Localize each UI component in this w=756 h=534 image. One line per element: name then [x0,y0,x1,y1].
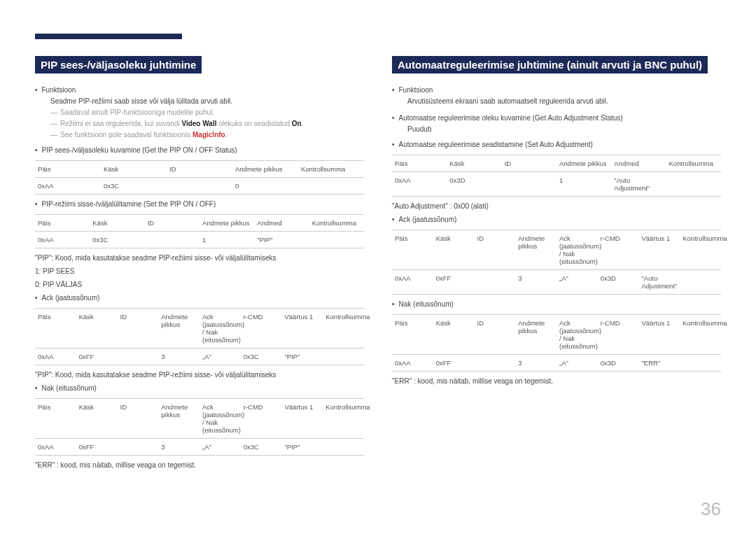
table-row: PäisKäskIDAndmete pikkusAck (jaatussõnum… [392,315,721,355]
table-left-2: PäisKäskIDAndmete pikkusAndmedKontrollsu… [35,214,364,248]
bullet-get-status: PIP sees-/väljasoleku kuvamine (Get the … [35,145,364,156]
err-note-left: "ERR" : kood, mis näitab, millise veaga … [35,461,364,469]
table-row: 0xAA0xFF3„A"0x3C"PIP" [35,349,364,365]
table-row: PäisKäskIDAndmete pikkusAndmedKontrollsu… [392,155,721,172]
table-row: 0xAA0x3C1"PIP" [35,232,364,248]
bullet-ack-r: Ack (jaatussõnum) [392,214,721,225]
bullet-icon [35,293,38,304]
table-row: PäisKäskIDAndmete pikkusKontrollsumma [35,161,364,178]
left-column: PIP sees-/väljasoleku juhtimine Funktsio… [35,56,364,469]
bullet-icon [35,199,38,210]
function-text-r: Arvutisüsteemi ekraani saab automaatselt… [407,96,721,107]
header-accent-bar [35,34,182,39]
table-row: 0xAA0xFF3„A"0x3C"PIP" [35,439,364,456]
table-row: 0xAA0x3C0 [35,178,364,195]
function-label-r: Funktsioon [399,85,433,96]
bullet-icon [392,113,395,124]
kv-pip-off: 0: PIP VÄLJAS [35,281,364,288]
bullet-icon [35,383,38,394]
function-line: Funktsioon [35,85,364,96]
table-row: 0xAA0x3D1"Auto Adjustment" [392,172,721,197]
bullet-icon [392,139,395,150]
table-left-1: PäisKäskIDAndmete pikkusKontrollsumma 0x… [35,160,364,195]
kv-pip-desc-2: "PIP": Kood, mida kasutatakse seadme PIP… [35,371,364,379]
right-column: Automaatreguleerimise juhtimine (ainult … [392,56,721,469]
table-row: PäisKäskIDAndmete pikkusAck (jaatussõnum… [392,230,721,270]
bullet-nak-r: Nak (eitussõnum) [392,299,721,310]
bullet-ack: Ack (jaatussõnum) [35,293,364,304]
function-text: Seadme PIP-režiimi saab sisse või välja … [50,96,364,107]
section-title-right: Automaatreguleerimise juhtimine (ainult … [392,56,708,73]
page-number: 36 [701,498,721,520]
bullet-icon [392,85,395,96]
table-row: PäisKäskIDAndmete pikkusAck (jaatussõnum… [35,399,364,439]
table-right-3: PäisKäskIDAndmete pikkusAck (jaatussõnum… [392,314,721,372]
table-left-4: PäisKäskIDAndmete pikkusAck (jaatussõnum… [35,398,364,456]
bullet-icon [392,299,395,310]
note-2: ―Režiimi ei saa reguleerida, kui suvandi… [50,118,364,129]
bullet-icon [35,85,38,96]
table-right-2: PäisKäskIDAndmete pikkusAck (jaatussõnum… [392,230,721,295]
section-title-left: PIP sees-/väljasoleku juhtimine [35,56,202,73]
table-row: PäisKäskIDAndmete pikkusAndmedKontrollsu… [35,215,364,232]
table-row: PäisKäskIDAndmete pikkusAck (jaatussõnum… [35,309,364,349]
bullet-nak: Nak (eitussõnum) [35,383,364,394]
bullet-get-auto-sub: Puudub [407,124,721,135]
kv-auto-adj: "Auto Adjustment" : 0x00 (alati) [392,202,721,210]
bullet-icon [35,145,38,156]
err-note-right: "ERR" : kood, mis näitab, millise veaga … [392,377,721,385]
kv-pip-desc: "PIP": Kood, mida kasutatakse seadme PIP… [35,254,364,262]
bullet-icon [392,214,395,225]
function-line-r: Funktsioon [392,85,721,96]
bullet-get-auto: Automaatse reguleerimise oleku kuvamine … [392,113,721,124]
table-right-1: PäisKäskIDAndmete pikkusAndmedKontrollsu… [392,155,721,197]
content-columns: PIP sees-/väljasoleku juhtimine Funktsio… [35,56,721,469]
table-left-3: PäisKäskIDAndmete pikkusAck (jaatussõnum… [35,308,364,365]
function-label: Funktsioon [42,85,76,96]
note-3: ―See funktsioon pole saadaval funktsioon… [50,129,364,141]
bullet-set-auto: Automaatse reguleerimise seadistamine (S… [392,139,721,150]
note-1: ―Saadaval ainult PIP-funktsiooniga mudel… [50,107,364,118]
kv-pip-on: 1: PIP SEES [35,267,364,275]
table-row: 0xAA0xFF3„A"0x3D"Auto Adjustment" [392,270,721,295]
bullet-set-pip: PIP-režiimi sisse-/väljalülitamine (Set … [35,199,364,210]
table-row: 0xAA0xFF3„A"0x3D"ERR" [392,355,721,372]
